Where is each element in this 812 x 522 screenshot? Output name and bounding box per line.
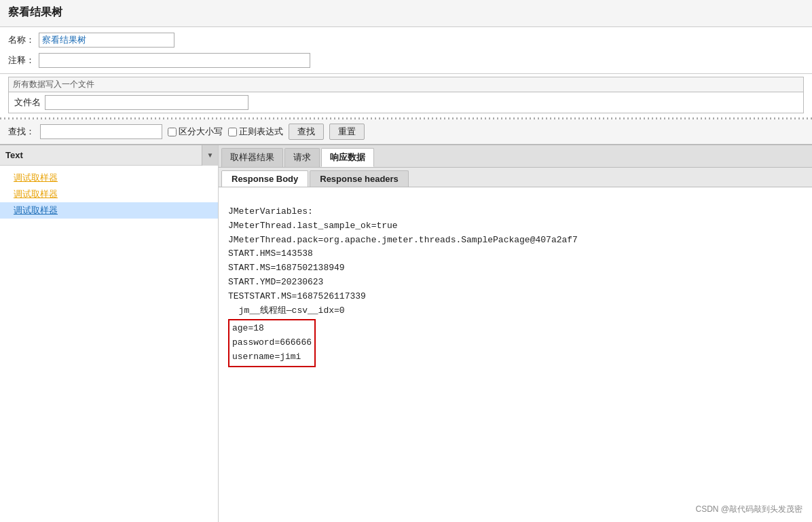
name-label: 名称： (8, 34, 35, 46)
file-section: 所有数据写入一个文件 文件名 (8, 77, 804, 113)
tree-item-1[interactable]: 调试取样器 (0, 170, 218, 186)
tree-item-2[interactable]: 调试取样器 (0, 186, 218, 202)
file-section-title: 所有数据写入一个文件 (9, 77, 803, 92)
response-line-age: age=18 (232, 322, 312, 336)
name-input[interactable] (39, 33, 174, 48)
response-line-4: START.HMS=143538 (228, 247, 802, 261)
find-button[interactable]: 查找 (289, 124, 324, 140)
response-line-6: START.YMD=20230623 (228, 276, 802, 290)
search-section: 查找： 区分大小写 正则表达式 查找 重置 (0, 119, 812, 145)
response-line-5: START.MS=1687502138949 (228, 261, 802, 276)
left-panel: Text ▼ 调试取样器 调试取样器 调试取样器 (0, 145, 219, 522)
comment-input[interactable] (39, 53, 310, 68)
tab-response-headers[interactable]: Response headers (310, 170, 409, 187)
name-row: 名称： (8, 30, 804, 50)
left-panel-header: Text ▼ (0, 145, 218, 166)
header: 察看结果树 (0, 0, 812, 27)
file-label: 文件名 (14, 96, 41, 109)
response-empty-line (228, 194, 802, 205)
comment-label: 注释： (8, 54, 35, 67)
form-section: 名称： 注释： (0, 27, 812, 74)
file-section-content: 文件名 (9, 92, 803, 113)
response-line-1: JMeterVariables: (228, 205, 802, 219)
tab-sampler-result[interactable]: 取样器结果 (221, 148, 283, 167)
response-line-8: jm__线程组—csv__idx=0 (228, 304, 802, 318)
comment-row: 注释： (8, 50, 804, 71)
reset-button[interactable]: 重置 (329, 124, 365, 140)
regex-checkbox[interactable] (228, 128, 237, 136)
response-content: JMeterVariables: JMeterThread.last_sampl… (219, 187, 812, 522)
content-area: Text ▼ 调试取样器 调试取样器 调试取样器 取样器结果 请求 响应数据 R… (0, 145, 812, 522)
tab-request[interactable]: 请求 (284, 148, 320, 167)
left-panel-label: Text (0, 150, 202, 160)
response-line-3: JMeterThread.pack=org.apache.jmeter.thre… (228, 234, 802, 248)
search-label: 查找： (8, 126, 35, 138)
response-line-username: username=jimi (232, 350, 312, 365)
search-input[interactable] (40, 124, 162, 139)
response-line-2: JMeterThread.last_sample_ok=true (228, 219, 802, 234)
response-highlighted-block: age=18 password=666666 username=jimi (228, 319, 316, 367)
dropdown-button[interactable]: ▼ (202, 145, 218, 166)
page-title: 察看结果树 (8, 5, 804, 20)
watermark: CSDN @敲代码敲到头发茂密 (695, 504, 802, 515)
tree-item-3[interactable]: 调试取样器 (0, 202, 218, 219)
tree-items: 调试取样器 调试取样器 调试取样器 (0, 166, 218, 223)
main-container: 察看结果树 名称： 注释： 所有数据写入一个文件 文件名 查找： 区分大小写 正 (0, 0, 812, 522)
right-panel: 取样器结果 请求 响应数据 Response Body Response hea… (219, 145, 812, 522)
case-sensitive-checkbox[interactable] (168, 128, 177, 136)
tabs-row2: Response Body Response headers (219, 168, 812, 187)
tab-response-data[interactable]: 响应数据 (321, 148, 374, 167)
file-input[interactable] (45, 95, 248, 110)
response-line-password: password=666666 (232, 336, 312, 350)
tab-response-body[interactable]: Response Body (221, 170, 308, 187)
response-line-7: TESTSTART.MS=1687526117339 (228, 290, 802, 304)
tabs-row1: 取样器结果 请求 响应数据 (219, 145, 812, 168)
case-sensitive-label[interactable]: 区分大小写 (168, 126, 223, 138)
regex-label[interactable]: 正则表达式 (228, 126, 283, 138)
